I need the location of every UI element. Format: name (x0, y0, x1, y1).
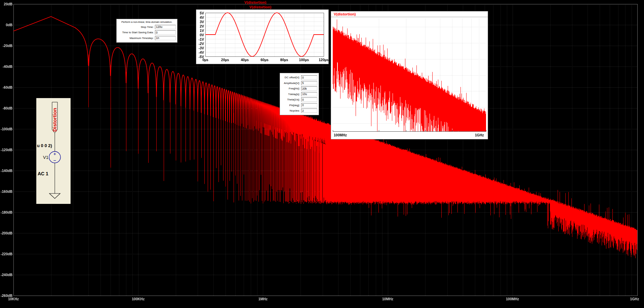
inset-time-y-label: 4V (193, 15, 204, 19)
dialog-row: Theta[1/s]: (281, 97, 317, 102)
y-axis-label: -60dB (0, 85, 12, 89)
y-axis-label: -80dB (0, 106, 12, 110)
inset-time-x-label: 20µs (217, 58, 234, 62)
inset-time-y-label: -4V (193, 50, 204, 54)
start-saving-input[interactable] (155, 30, 176, 35)
inset-fft-x-label: 1GHz (475, 133, 484, 137)
phi-input[interactable] (301, 103, 317, 107)
field-label: Ncycles: (281, 109, 301, 112)
ground-symbol[interactable] (49, 193, 60, 199)
x-axis-label: 1MHz (253, 297, 273, 301)
y-axis-label: -120dB (0, 148, 12, 152)
dialog-row: Stop Time: (118, 25, 176, 29)
y-axis-label: -180dB (0, 210, 12, 214)
inset-time-y-label: 3V (193, 20, 204, 24)
transient-dialog-title: Perform a non-linear, time-domain simula… (118, 20, 176, 24)
spice-directive-fragment[interactable]: u 0 0 2) (37, 143, 52, 148)
field-label: Theta[1/s]: (281, 98, 301, 101)
y-axis-label: -140dB (0, 169, 12, 173)
inset-time-y-label: 0V (193, 33, 204, 37)
ncycles-input[interactable] (301, 108, 317, 113)
stop-time-input[interactable] (155, 25, 176, 29)
dialog-row: Phi[deg]: (281, 103, 317, 107)
inset-fft-pane[interactable]: V(distortion) (331, 11, 488, 139)
y-axis-label: -200dB (0, 231, 12, 235)
inset-time-y-label: -3V (193, 46, 204, 50)
dialog-row: Maximum Timestep: (118, 36, 176, 40)
y-axis-label: -160dB (0, 189, 12, 193)
inset-time-y-label: 2V (193, 24, 204, 28)
y-axis-label: -40dB (0, 64, 12, 69)
x-axis-label: 10KHz (3, 297, 24, 301)
dialog-row: Time to Start Saving Data: (118, 30, 176, 35)
y-axis-label: -220dB (0, 252, 12, 256)
inset-time-pane[interactable] (196, 9, 329, 64)
separator (331, 17, 488, 17)
inset-time-y-label: 5V (193, 11, 204, 15)
x-axis-label: 10MHz (378, 297, 398, 301)
field-label: DC offset[V]: (281, 76, 301, 79)
amplitude-input[interactable] (301, 81, 317, 85)
dialog-row: Tdelay[s]: (281, 92, 317, 96)
inset-time-x-label: 40µs (236, 58, 253, 62)
inset-time-y-label: -2V (193, 42, 204, 46)
y-axis-label: -100dB (0, 127, 12, 131)
inset-fft-title: V(distortion) (334, 12, 356, 16)
inset-time-y-label: -1V (193, 37, 204, 41)
freq-input[interactable] (301, 86, 317, 91)
inset-time-y-label: 1V (193, 29, 204, 33)
field-label: Maximum Timestep: (118, 37, 155, 40)
theta-input[interactable] (301, 97, 317, 102)
net-label-text[interactable]: Distortion (52, 108, 57, 132)
y-axis-label: -20dB (0, 44, 12, 48)
plus-sign-icon (54, 153, 56, 155)
max-timestep-input[interactable] (155, 36, 176, 40)
inset-time-x-label: 100µs (295, 58, 312, 62)
dc-offset-input[interactable] (301, 75, 317, 80)
sine-params-dialog: DC offset[V]: Amplitude[V]: Freq[Hz]: Td… (280, 73, 319, 115)
dialog-row: Freq[Hz]: (281, 86, 317, 91)
tdelay-input[interactable] (301, 92, 317, 96)
field-label: Time to Start Saving Data: (118, 31, 155, 34)
transient-dialog: Perform a non-linear, time-domain simula… (116, 19, 177, 43)
field-label: Amplitude[V]: (281, 82, 301, 85)
schematic-region: Distortion u 0 0 2) V1 AC 1 (36, 98, 71, 204)
schematic-canvas: Distortion u 0 0 2) V1 AC 1 (36, 98, 71, 204)
inset-fft-x-label: 100MHz (334, 133, 347, 137)
inset-time-x-label: 120µs (315, 58, 332, 62)
inset-time-title: V(distortion) (239, 5, 282, 9)
field-label: Freq[Hz]: (281, 87, 301, 90)
ltspice-window: 20dB0dB-20dB-40dB-60dB-80dB-100dB-120dB-… (0, 0, 644, 308)
main-plot-title: V(distortion) (234, 0, 277, 4)
dialog-row: Amplitude[V]: (281, 81, 317, 85)
y-axis-label: 0dB (0, 23, 12, 27)
inset-time-x-label: 60µs (256, 58, 273, 62)
field-label: Phi[deg]: (281, 104, 301, 107)
inset-time-x-label: 80µs (276, 58, 293, 62)
dialog-row: Ncycles: (281, 108, 317, 113)
ac-spec-text[interactable]: AC 1 (38, 171, 48, 176)
x-axis-label: 100KHz (128, 297, 148, 301)
y-axis-label: 20dB (0, 2, 12, 6)
y-axis-label: -240dB (0, 273, 12, 277)
x-axis-label: 1GHz (625, 297, 644, 301)
inset-time-x-label: 0µs (197, 58, 214, 62)
dialog-row: DC offset[V]: (281, 75, 317, 80)
field-label: Stop Time: (118, 26, 155, 29)
x-axis-label: 100MHz (502, 297, 523, 301)
field-label: Tdelay[s]: (281, 93, 301, 96)
designator-text[interactable]: V1 (43, 155, 48, 160)
